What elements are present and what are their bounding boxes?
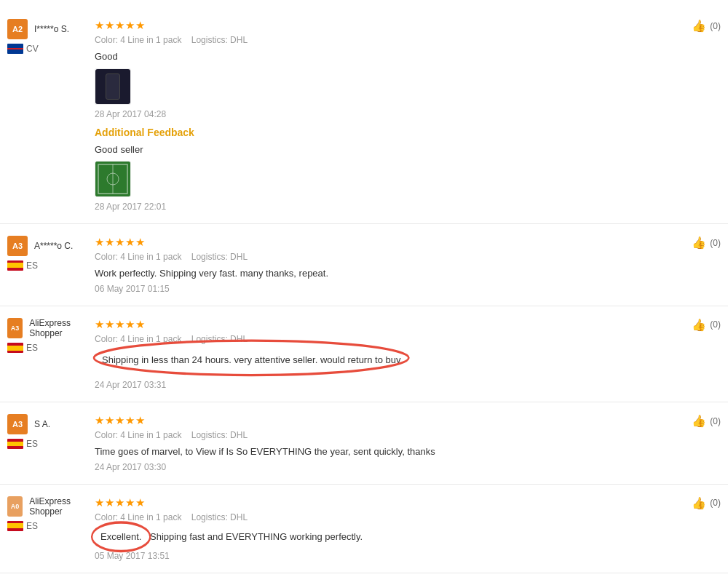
review-item: A3 AliExpress Shopper ES ★ ★ ★ ★ ★ Color… [0, 306, 728, 403]
review-date: 28 Apr 2017 04:28 [95, 109, 713, 119]
flag-es-icon [7, 343, 23, 353]
color-value: 4 Line in 1 pack [120, 334, 181, 344]
star-4: ★ [125, 496, 135, 509]
country-code: ES [26, 439, 38, 449]
review-meta: Color: 4 Line in 1 pack Logistics: DHL [95, 512, 713, 522]
reviews-container: A2 I*****o S. CV ★ ★ ★ ★ ★ Color: 4 Line… [0, 0, 728, 577]
flag-es-icon [7, 260, 23, 271]
reviewer-flag: ES [7, 439, 87, 449]
star-half: ★ [135, 414, 145, 427]
reviewer-name: I*****o S. [34, 24, 69, 34]
helpful-count: (0) [710, 498, 721, 508]
product-thumbnail [95, 68, 131, 105]
review-content: ★ ★ ★ ★ ★ Color: 4 Line in 1 pack Logist… [87, 19, 721, 212]
review-text: Excellent. Shipping fast and EVERYTHING … [95, 527, 713, 547]
review-text: Shipping in less than 24 hours. very att… [95, 349, 408, 372]
review-content: ★ ★ ★ ★ ★ Color: 4 Line in 1 pack Logist… [87, 414, 721, 472]
reviewer-name: AliExpress Shopper [29, 496, 87, 517]
thumbs-up-icon[interactable]: 👍 [692, 414, 706, 428]
avatar: A3 [7, 414, 28, 434]
review-item: A0 AliExpress Shopper ES ★ ★ ★ ★ ★ Color… [0, 485, 728, 574]
star-1: ★ [95, 236, 104, 249]
star-rating: ★ ★ ★ ★ ★ [95, 236, 713, 249]
review-text: Good [95, 49, 713, 64]
star-2: ★ [105, 19, 114, 32]
star-4: ★ [125, 414, 135, 427]
logistics-value: DHL [230, 334, 248, 344]
color-label: Color: [95, 252, 120, 262]
star-half: ★ [135, 318, 145, 331]
country-code: CV [26, 44, 39, 54]
review-meta: Color: 4 Line in 1 pack Logistics: DHL [95, 252, 713, 262]
star-3: ★ [115, 414, 124, 427]
star-half: ★ [135, 19, 145, 32]
star-1: ★ [95, 318, 104, 331]
svg-point-4 [94, 341, 408, 375]
thumbs-up-icon[interactable]: 👍 [692, 19, 706, 33]
helpful-section: 👍 (0) [692, 318, 721, 332]
reviewer-info: A0 AliExpress Shopper ES [7, 496, 87, 562]
logistics-value: DHL [230, 430, 248, 440]
country-code: ES [26, 260, 38, 271]
review-item: A3 A*****o C. ES ★ ★ ★ ★ ★ Color: 4 Line… [0, 224, 728, 306]
star-rating: ★ ★ ★ ★ ★ [95, 318, 713, 331]
star-2: ★ [105, 496, 114, 509]
flag-cv-icon [7, 44, 23, 54]
review-content: ★ ★ ★ ★ ★ Color: 4 Line in 1 pack Logist… [87, 318, 721, 391]
logistics-label: Logistics: [191, 512, 230, 522]
additional-feedback-date: 28 Apr 2017 22:01 [95, 202, 713, 212]
star-4: ★ [125, 19, 135, 32]
helpful-section: 👍 (0) [692, 414, 721, 428]
star-1: ★ [95, 19, 104, 32]
color-label: Color: [95, 334, 120, 344]
reviewer-name: AliExpress Shopper [29, 318, 87, 338]
color-label: Color: [95, 35, 120, 45]
helpful-count: (0) [710, 319, 721, 330]
thumbs-up-icon[interactable]: 👍 [692, 318, 706, 332]
review-content: ★ ★ ★ ★ ★ Color: 4 Line in 1 pack Logist… [87, 236, 721, 294]
flag-es-icon [7, 439, 23, 449]
reviewer-flag: ES [7, 260, 87, 271]
review-content: ★ ★ ★ ★ ★ Color: 4 Line in 1 pack Logist… [87, 496, 721, 562]
reviewer-info: A2 I*****o S. CV [7, 19, 87, 212]
additional-feedback-text: Good seller [95, 143, 713, 157]
helpful-section: 👍 (0) [692, 236, 721, 250]
helpful-count: (0) [710, 238, 721, 248]
review-item: A2 I*****o S. CV ★ ★ ★ ★ ★ Color: 4 Line… [0, 7, 728, 224]
reviewer-flag: ES [7, 343, 87, 353]
thumbs-up-icon[interactable]: 👍 [692, 496, 706, 510]
logistics-value: DHL [230, 35, 248, 45]
reviewer-name: A*****o C. [34, 241, 73, 251]
star-half: ★ [135, 496, 145, 509]
avatar: A3 [7, 318, 23, 338]
star-rating: ★ ★ ★ ★ ★ [95, 414, 713, 427]
reviewer-flag: ES [7, 521, 87, 531]
thumbs-up-icon[interactable]: 👍 [692, 236, 706, 250]
star-3: ★ [115, 496, 124, 509]
reviewer-name: S A. [34, 419, 50, 429]
avatar: A2 [7, 19, 28, 39]
star-2: ★ [105, 236, 114, 249]
star-3: ★ [115, 318, 124, 331]
logistics-label: Logistics: [191, 35, 230, 45]
reviewer-info: A3 A*****o C. ES [7, 236, 87, 294]
star-half: ★ [135, 236, 145, 249]
review-meta: Color: 4 Line in 1 pack Logistics: DHL [95, 35, 713, 45]
color-label: Color: [95, 430, 120, 440]
star-4: ★ [125, 318, 135, 331]
review-date: 24 Apr 2017 03:30 [95, 462, 713, 472]
avatar: A0 [7, 496, 23, 517]
reviewer-info: A3 S A. ES [7, 414, 87, 472]
reviewer-flag: CV [7, 44, 87, 54]
star-2: ★ [105, 414, 114, 427]
star-1: ★ [95, 496, 104, 509]
circled-word: Excellent. [100, 531, 141, 542]
additional-feedback-thumbnail [95, 161, 131, 197]
star-3: ★ [115, 236, 124, 249]
review-text-rest: Shipping fast and EVERYTHING working per… [147, 531, 363, 542]
logistics-value: DHL [230, 512, 248, 522]
logistics-label: Logistics: [191, 252, 230, 262]
avatar: A3 [7, 236, 28, 256]
helpful-section: 👍 (0) [692, 496, 721, 510]
review-date: 06 May 2017 01:15 [95, 284, 713, 294]
